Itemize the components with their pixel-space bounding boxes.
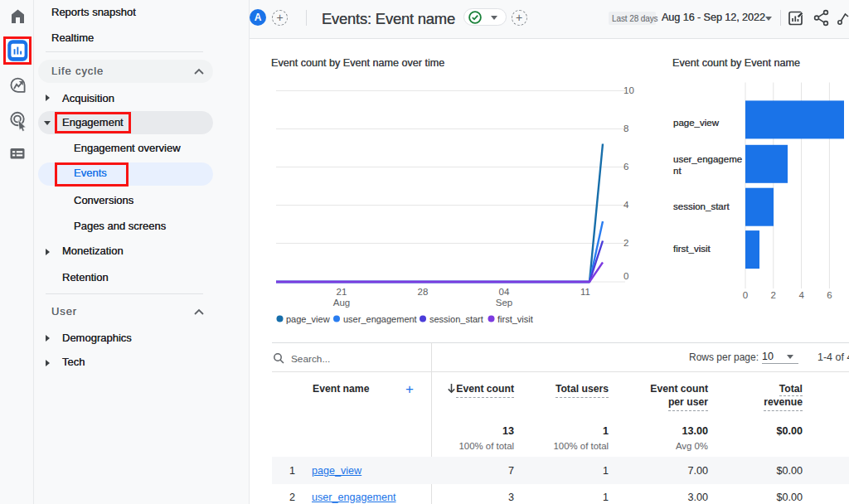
svg-text:6: 6	[827, 290, 832, 300]
svg-text:11: 11	[580, 287, 590, 297]
svg-text:session_start: session_start	[673, 201, 730, 211]
svg-text:user_engagement: user_engagement	[343, 314, 417, 324]
svg-text:4: 4	[798, 290, 804, 300]
svg-text:2: 2	[623, 238, 628, 248]
svg-text:28: 28	[418, 287, 429, 297]
svg-text:10: 10	[623, 85, 634, 95]
svg-text:Event count by Event name: Event count by Event name	[672, 57, 800, 69]
svg-text:first_visit: first_visit	[673, 244, 711, 254]
svg-text:nt: nt	[673, 166, 682, 176]
svg-text:user_engageme: user_engageme	[673, 154, 742, 164]
svg-text:2: 2	[771, 290, 776, 300]
svg-text:4: 4	[623, 200, 629, 210]
svg-text:first_visit: first_visit	[497, 314, 533, 324]
svg-text:page_view: page_view	[673, 118, 720, 128]
svg-text:Aug: Aug	[333, 298, 350, 308]
svg-text:0: 0	[623, 271, 628, 281]
svg-text:21: 21	[337, 287, 347, 297]
svg-text:0: 0	[743, 290, 748, 300]
svg-text:Sep: Sep	[496, 298, 512, 308]
svg-text:6: 6	[623, 162, 628, 172]
svg-text:session_start: session_start	[429, 314, 483, 324]
svg-text:page_view: page_view	[286, 314, 330, 324]
svg-text:Event count by Event name over: Event count by Event name over time	[271, 57, 444, 69]
svg-text:8: 8	[623, 124, 628, 133]
svg-text:04: 04	[499, 287, 510, 297]
